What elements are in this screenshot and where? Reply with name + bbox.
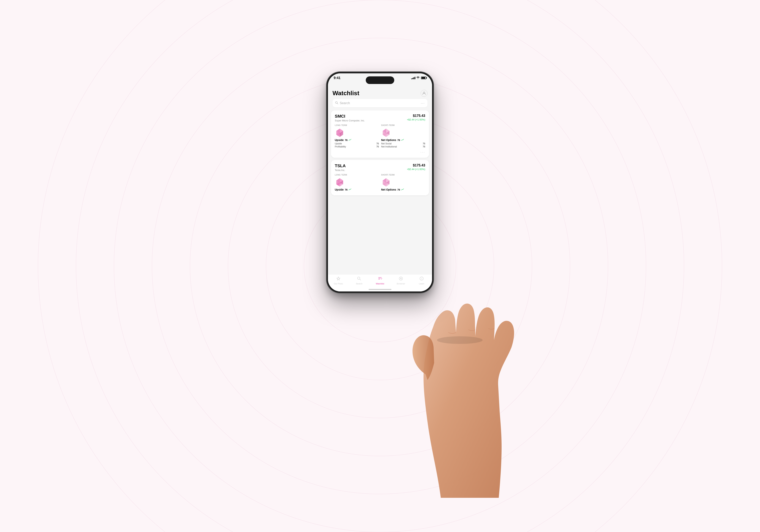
svg-point-42 [437, 336, 483, 344]
avatar[interactable] [421, 90, 428, 97]
search-nav-icon [357, 276, 361, 282]
upside-trend-smci [349, 139, 351, 141]
long-term-smci: LONG TERM [335, 124, 379, 148]
app-header: Watchlist [328, 87, 432, 99]
upside-trend-tsla [349, 188, 351, 191]
signal-icon [411, 76, 415, 79]
nav-our-picks[interactable]: Our Picks [328, 276, 349, 285]
upside-score-tsla: 76 [345, 188, 348, 191]
stock-card-smci[interactable]: SMCI Super Micro Computer, Inc. $175.43 … [331, 110, 429, 158]
net-options-trend-tsla [401, 188, 404, 191]
stock-info-smci: SMCI Super Micro Computer, Inc. [335, 114, 365, 122]
home-indicator [369, 289, 391, 290]
price-block-tsla: $175.43 +$2.44 (+1.93%) [407, 164, 425, 170]
sub-metric-net-institutional: Net Institutional 76 [381, 145, 425, 148]
net-options-score-tsla: 76 [397, 188, 400, 191]
screen-content: Watchlist [328, 87, 432, 291]
net-options-trend-smci [401, 139, 404, 141]
ticker-tsla: TSLA [335, 164, 346, 169]
upside-title-smci: Upside [335, 138, 344, 142]
stock-header-tsla: TSLA Tesla Inc. $175.43 +$2.44 (+1.93%) [335, 164, 425, 171]
phone-screen: 9:41 [328, 73, 432, 291]
name-smci: Super Micro Computer, Inc. [335, 119, 365, 122]
sub-label-net-institutional: Net Institutional [381, 145, 397, 148]
long-term-label-tsla: LONG TERM [335, 174, 379, 176]
metrics-row-tsla: LONG TERM [335, 174, 425, 192]
gem-icon-long-tsla [335, 177, 345, 187]
dynamic-island [366, 76, 394, 84]
short-term-label: SHORT-TERM [381, 124, 425, 126]
search-bar[interactable]: Search ··· [332, 99, 428, 107]
sub-val-net-social: 76 [423, 142, 425, 145]
sub-val-net-institutional: 76 [423, 145, 425, 148]
gem-icon-short-tsla [381, 177, 391, 187]
scene: 9:41 [247, 57, 513, 475]
watchlist-icon [378, 276, 382, 282]
nav-label-screener: Screener [397, 282, 405, 285]
net-options-title-smci: Net Options [381, 138, 396, 142]
status-icons [411, 76, 426, 79]
long-term-tsla: LONG TERM [335, 174, 379, 192]
sub-metric-net-social: Net Social 76 [381, 142, 425, 145]
sub-metric-upside: Upside 76 [335, 142, 379, 145]
upside-title-row-tsla: Upside 76 [335, 188, 379, 191]
metrics-row-smci: LONG TERM [335, 124, 425, 148]
net-options-title-row-smci: Net Options 76 [381, 138, 425, 142]
search-icon [335, 101, 338, 105]
price-smci: $175.43 [407, 114, 425, 118]
sub-val-profitability: 76 [376, 145, 379, 148]
svg-line-34 [360, 279, 361, 280]
question-icon: ? [419, 276, 424, 282]
short-term-tsla: SHORT-TERM [381, 174, 425, 192]
upside-score-smci: 76 [345, 139, 348, 142]
nav-screener[interactable]: Screener [391, 276, 411, 285]
net-options-title-tsla: Net Options [381, 188, 396, 191]
sub-val-upside: 76 [376, 142, 379, 145]
sub-label-profitability: Profitability [335, 145, 346, 148]
upside-title-tsla: Upside [335, 188, 344, 191]
nav-search[interactable]: Search [349, 276, 370, 285]
nav-label-search: Search [356, 282, 362, 285]
stock-card-tsla[interactable]: TSLA Tesla Inc. $175.43 +$2.44 (+1.93%) … [331, 160, 429, 195]
gem-icon-long-smci [335, 128, 345, 138]
price-tsla: $175.43 [407, 164, 425, 168]
price-block-smci: $175.43 +$2.44 (+1.93%) [407, 114, 425, 121]
sub-metric-profitability: Profitability 76 [335, 145, 379, 148]
star-icon [336, 276, 341, 282]
short-term-label-tsla: SHORT-TERM [381, 174, 425, 176]
screener-icon [399, 276, 403, 282]
upside-title-row-smci: Upside 76 [335, 138, 379, 142]
change-smci: +$2.44 (+1.93%) [407, 118, 425, 121]
svg-text:?: ? [421, 277, 422, 280]
svg-line-10 [337, 103, 338, 104]
short-term-smci: SHORT-TERM [381, 124, 425, 148]
stock-info-tsla: TSLA Tesla Inc. [335, 164, 346, 171]
search-placeholder: Search [340, 101, 419, 105]
stock-header-smci: SMCI Super Micro Computer, Inc. $175.43 … [335, 114, 425, 122]
page-title: Watchlist [332, 90, 359, 97]
sub-metrics-long-smci: Upside 76 Profitability 76 [335, 142, 379, 148]
nav-label-watchlist: Watchlist [376, 282, 384, 285]
search-options[interactable]: ··· [421, 101, 425, 105]
net-options-title-row-tsla: Net Options 76 [381, 188, 425, 191]
gem-icon-short-smci [381, 128, 391, 138]
net-options-score-smci: 76 [397, 139, 400, 142]
nav-label-our-picks: Our Picks [334, 282, 343, 285]
change-tsla: +$2.44 (+1.93%) [407, 168, 425, 170]
card-menu-smci[interactable]: ··· [335, 150, 425, 154]
ticker-smci: SMCI [335, 114, 365, 119]
sub-metrics-short-smci: Net Social 76 Net Institutional 76 [381, 142, 425, 148]
phone-frame: 9:41 [327, 72, 433, 293]
nav-watchlist[interactable]: Watchlist [369, 276, 391, 285]
sub-label-upside: Upside [335, 142, 342, 145]
nav-label-learn: Learn [419, 282, 424, 285]
name-tsla: Tesla Inc. [335, 169, 346, 171]
nav-learn[interactable]: ? Learn [411, 276, 432, 285]
sub-label-net-social: Net Social [381, 142, 392, 145]
long-term-label: LONG TERM [335, 124, 379, 126]
battery-icon [421, 76, 426, 79]
wifi-icon [416, 76, 419, 79]
